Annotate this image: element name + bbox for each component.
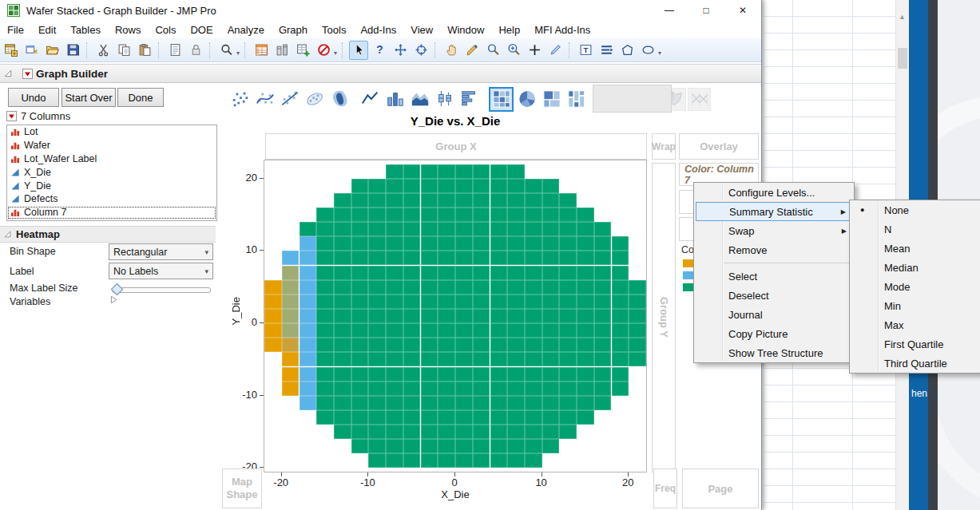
- heatmap-cell[interactable]: [559, 352, 577, 366]
- heatmap-cell[interactable]: [507, 338, 525, 352]
- menu-item-copy-picture[interactable]: Copy Picture: [696, 324, 852, 343]
- crosshair-plus-icon[interactable]: [525, 41, 544, 60]
- heatmap-cell[interactable]: [282, 352, 300, 366]
- heatmap-cell[interactable]: [455, 236, 473, 251]
- heatmap-cell[interactable]: [490, 396, 508, 410]
- heatmap-cell[interactable]: [612, 323, 629, 338]
- element-ellipse-icon[interactable]: [303, 88, 326, 111]
- heatmap-cell[interactable]: [542, 382, 560, 396]
- heatmap-cell[interactable]: [368, 338, 386, 352]
- heatmap-cell[interactable]: [577, 367, 594, 382]
- heatmap-cell[interactable]: [300, 309, 317, 323]
- heatmap-cell[interactable]: [316, 295, 334, 309]
- heatmap-cell[interactable]: [368, 236, 386, 251]
- heatmap-cell[interactable]: [629, 323, 646, 338]
- drop-zone-wrap[interactable]: Wrap: [652, 133, 676, 160]
- pencil-icon[interactable]: [546, 41, 565, 60]
- heatmap-cell[interactable]: [403, 266, 421, 280]
- heatmap-cell[interactable]: [455, 410, 473, 425]
- heatmap-cell[interactable]: [473, 193, 490, 208]
- heatmap-cell[interactable]: [421, 251, 438, 265]
- heatmap-cell[interactable]: [351, 410, 369, 425]
- heatmap-cell[interactable]: [507, 266, 525, 280]
- submenu-item-max[interactable]: Max: [851, 315, 979, 334]
- heatmap-cell[interactable]: [525, 338, 542, 352]
- heatmap-cell[interactable]: [542, 208, 560, 222]
- menu-cols[interactable]: Cols: [148, 21, 183, 38]
- heatmap-cell[interactable]: [438, 382, 455, 396]
- heatmap-cell[interactable]: [300, 338, 317, 352]
- heatmap-cell[interactable]: [525, 208, 542, 222]
- heatmap-cell[interactable]: [316, 382, 334, 396]
- heatmap-cell[interactable]: [351, 266, 369, 280]
- heatmap-cell[interactable]: [438, 295, 455, 309]
- heatmap-cell[interactable]: [438, 367, 455, 382]
- heatmap-cell[interactable]: [490, 295, 508, 309]
- heatmap-cell[interactable]: [473, 266, 490, 280]
- heatmap-cell[interactable]: [507, 453, 525, 468]
- heatmap-cell[interactable]: [334, 193, 351, 208]
- heatmap-cell[interactable]: [525, 352, 542, 366]
- heatmap-cell[interactable]: [507, 309, 525, 323]
- menu-item-summary-statistic[interactable]: Summary Statistic▶: [696, 202, 852, 221]
- open-icon[interactable]: [42, 41, 61, 60]
- new-data-table-icon[interactable]: [1, 41, 20, 60]
- element-parallel-icon[interactable]: [688, 88, 711, 111]
- heatmap-cell[interactable]: [421, 309, 438, 323]
- heatmap-cell[interactable]: [438, 425, 455, 439]
- heatmap-cell[interactable]: [490, 439, 508, 453]
- heatmap-cell[interactable]: [316, 280, 334, 295]
- heatmap-cell[interactable]: [386, 439, 403, 453]
- heatmap-cell[interactable]: [316, 410, 334, 425]
- heatmap-cell[interactable]: [455, 453, 473, 468]
- heatmap-cell[interactable]: [525, 266, 542, 280]
- heatmap-cell[interactable]: [473, 338, 490, 352]
- heatmap-cell[interactable]: [559, 266, 577, 280]
- heatmap-cell[interactable]: [351, 352, 369, 366]
- heatmap-cell[interactable]: [577, 323, 594, 338]
- heatmap-cell[interactable]: [438, 439, 455, 453]
- heatmap-cell[interactable]: [507, 352, 525, 366]
- heatmap-cell[interactable]: [507, 208, 525, 222]
- heatmap-cell[interactable]: [403, 280, 421, 295]
- heatmap-cell[interactable]: [525, 179, 542, 193]
- menu-rows[interactable]: Rows: [108, 21, 149, 38]
- heatmap-cell[interactable]: [421, 410, 438, 425]
- heatmap-cell[interactable]: [282, 382, 300, 396]
- heatmap-cell[interactable]: [490, 453, 508, 468]
- heatmap-cell[interactable]: [368, 193, 386, 208]
- heatmap-cell[interactable]: [438, 222, 455, 236]
- heatmap-cell[interactable]: [334, 251, 351, 265]
- column-item-defects[interactable]: Defects: [7, 192, 216, 206]
- heatmap-cell[interactable]: [612, 367, 629, 382]
- drop-zone-page[interactable]: Page: [682, 468, 759, 508]
- drop-zone-group-x[interactable]: Group X: [265, 133, 647, 160]
- menu-window[interactable]: Window: [440, 21, 491, 38]
- heatmap-cell[interactable]: [351, 309, 369, 323]
- heatmap-cell[interactable]: [594, 396, 612, 410]
- save-icon[interactable]: [63, 41, 82, 60]
- move-icon[interactable]: [391, 41, 410, 60]
- heatmap-cell[interactable]: [386, 453, 403, 468]
- heatmap-cell[interactable]: [455, 352, 473, 366]
- heatmap-cell[interactable]: [490, 251, 508, 265]
- heatmap-cell[interactable]: [421, 396, 438, 410]
- heatmap-cell[interactable]: [264, 338, 282, 352]
- heatmap-cell[interactable]: [300, 295, 317, 309]
- heatmap-cell[interactable]: [438, 309, 455, 323]
- heatmap-cell[interactable]: [421, 352, 438, 366]
- heatmap-cell[interactable]: [386, 251, 403, 265]
- heatmap-cell[interactable]: [490, 425, 508, 439]
- heatmap-cell[interactable]: [473, 323, 490, 338]
- menu-item-journal[interactable]: Journal: [696, 305, 852, 324]
- heatmap-cell[interactable]: [334, 396, 351, 410]
- heatmap-cell[interactable]: [455, 266, 473, 280]
- heatmap-cell[interactable]: [368, 295, 386, 309]
- heatmap-cell[interactable]: [334, 208, 351, 222]
- collapse-triangle-icon[interactable]: [3, 230, 12, 239]
- heatmap-cell[interactable]: [386, 396, 403, 410]
- heatmap-cell[interactable]: [577, 266, 594, 280]
- heatmap-cell[interactable]: [594, 222, 612, 236]
- heatmap-cell[interactable]: [507, 439, 525, 453]
- heatmap-cell[interactable]: [368, 251, 386, 265]
